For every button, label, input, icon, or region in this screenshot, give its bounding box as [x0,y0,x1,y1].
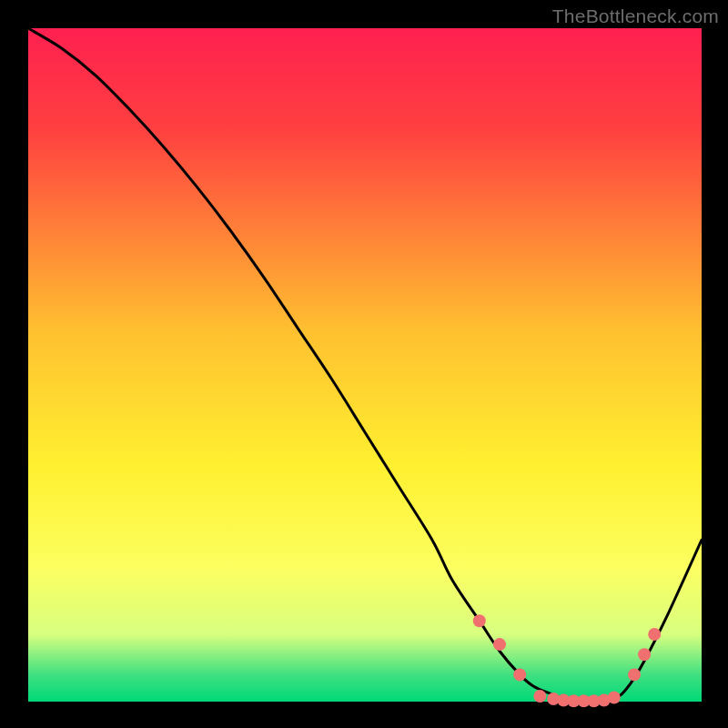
sample-dot [473,614,486,627]
sample-dot [638,648,651,661]
sample-dot [513,668,526,681]
plot-background [28,28,702,702]
chart-canvas [0,0,728,728]
sample-dot [628,668,641,681]
chart-stage: TheBottleneck.com [0,0,728,728]
sample-dot [533,690,546,703]
sample-dot [493,638,506,651]
watermark-text: TheBottleneck.com [552,5,719,27]
sample-dot [648,628,661,641]
sample-dot [608,692,621,704]
